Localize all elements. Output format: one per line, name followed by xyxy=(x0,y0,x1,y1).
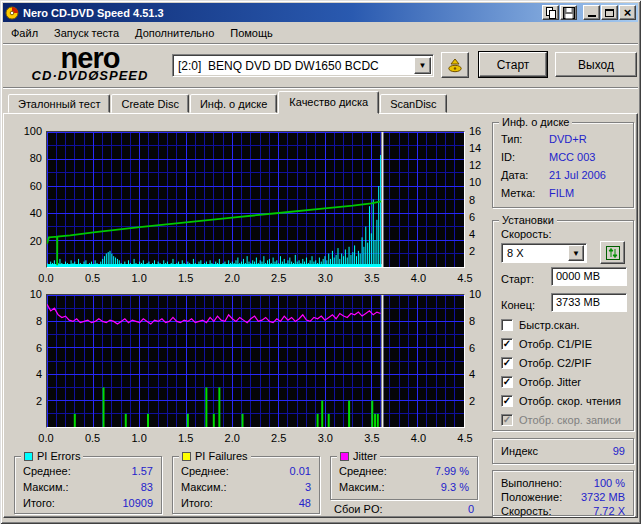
scan-start-input[interactable]: 0000 MB xyxy=(551,267,627,286)
exit-button[interactable]: Выход xyxy=(555,52,637,77)
pi-failures-stats-box: PI FailuresСреднее:0.01Максим.:3Итого:48 xyxy=(172,456,320,514)
speed-select-dropdown-button[interactable]: ▼ xyxy=(568,245,584,261)
checkbox-box[interactable]: ✓ xyxy=(501,357,513,369)
menu-item-1[interactable]: Запуск теста xyxy=(46,25,127,41)
checkbox-label: Быстр.скан. xyxy=(519,319,580,331)
checkbox-0[interactable]: Быстр.скан. xyxy=(501,318,629,332)
checkbox-label: Отобр. скор. записи xyxy=(519,414,621,426)
y-axis-tick-label: 10 xyxy=(469,176,491,188)
nero-logo: nero CD·DVDØSPEED xyxy=(10,47,170,82)
settings-box: Установки Скорость: 8 X ▼ Старт: 0000 MB… xyxy=(492,220,634,431)
disc-info-row-value: 21 Jul 2006 xyxy=(549,169,606,181)
disc-info-row-label: Тип: xyxy=(501,133,522,145)
x-axis-tick-label: 3.0 xyxy=(310,272,340,284)
checkbox-3[interactable]: ✓Отобр. Jitter xyxy=(501,375,629,389)
maximize-button[interactable] xyxy=(601,5,618,20)
titlebar[interactable]: Nero CD-DVD Speed 4.51.3 × xyxy=(3,3,638,22)
legend-color-swatch xyxy=(182,452,191,461)
menu-item-0[interactable]: Файл xyxy=(3,25,46,41)
checkbox-box[interactable]: ✓ xyxy=(501,338,513,350)
y-axis-tick-label: 6 xyxy=(2,342,42,354)
window-title: Nero CD-DVD Speed 4.51.3 xyxy=(23,7,541,19)
checkbox-2[interactable]: ✓Отобр. C2/PIF xyxy=(501,356,629,370)
y-axis-tick-label: 2 xyxy=(469,245,491,257)
disc-info-box: Инф. о диске Тип:DVD+RID:MCC 003Дата:21 … xyxy=(492,122,634,208)
legend-color-swatch xyxy=(24,452,33,461)
tab-1[interactable]: Create Disc xyxy=(111,94,188,113)
scan-end-input[interactable]: 3733 MB xyxy=(551,293,627,312)
stats-legend: PI Failures xyxy=(179,450,251,462)
x-axis-tick-label: 2.5 xyxy=(264,432,294,444)
y-axis-tick-label: 80 xyxy=(2,152,42,164)
start-button[interactable]: Старт xyxy=(479,52,547,77)
checkbox-5: ✓Отобр. скор. записи xyxy=(501,413,629,427)
progress-row-label: Скорость: xyxy=(501,505,552,517)
stats-legend: PI Errors xyxy=(21,450,83,462)
settings-title: Установки xyxy=(499,214,557,226)
nero-logo-word: nero xyxy=(10,47,170,69)
checkbox-box[interactable]: ✓ xyxy=(501,376,513,388)
speed-select-value: 8 X xyxy=(502,247,568,259)
progress-row-value: 3732 MB xyxy=(581,491,625,503)
index-label: Индекс xyxy=(501,445,538,457)
stats-row-value: 83 xyxy=(141,481,153,493)
pi-errors-stats-box: PI ErrorsСреднее:1.57Максим.:83Итого:109… xyxy=(14,456,162,514)
menu-item-2[interactable]: Дополнительно xyxy=(127,25,222,41)
stats-row-label: Итого: xyxy=(181,497,213,509)
speed-select[interactable]: 8 X ▼ xyxy=(501,243,587,263)
drive-select-value: [2:0] BENQ DVD DD DW1650 BCDC xyxy=(173,59,414,73)
stats-row-value: 3 xyxy=(305,481,311,493)
checkbox-label: Отобр. C1/PIE xyxy=(519,338,592,350)
refresh-icon xyxy=(606,246,620,260)
y-axis-tick-label: 8 xyxy=(469,315,491,327)
y-axis-tick-label: 2 xyxy=(469,395,491,407)
x-axis-tick-label: 3.0 xyxy=(310,432,340,444)
checkbox-1[interactable]: ✓Отобр. C1/PIE xyxy=(501,337,629,351)
disc-info-row-value: FILM xyxy=(549,187,574,199)
jitter-stats-box: JitterСреднее:7.99 %Максим.:9.3 % xyxy=(330,456,478,500)
eject-disc-button[interactable] xyxy=(441,52,469,78)
tab-bar: Эталонный тестCreate DiscИнф. о дискеКач… xyxy=(8,91,448,113)
checkbox-4[interactable]: ✓Отобр. скор. чтения xyxy=(501,394,629,408)
disc-glyph: Ø xyxy=(88,68,99,83)
separator xyxy=(3,87,638,89)
stats-row-value: 10909 xyxy=(122,497,153,509)
chevron-down-icon: ▼ xyxy=(572,249,580,258)
menu-bar: ФайлЗапуск тестаДополнительноПомощь xyxy=(3,23,638,43)
disc-info-row-label: Дата: xyxy=(501,169,528,181)
disc-info-row-value: DVD+R xyxy=(549,133,587,145)
stats-legend-label: Jitter xyxy=(353,450,377,462)
chevron-down-icon: ▼ xyxy=(419,61,427,70)
tab-2[interactable]: Инф. о диске xyxy=(190,94,277,113)
checkbox-box[interactable] xyxy=(501,319,513,331)
stats-row-label: Итого: xyxy=(23,497,55,509)
stats-row-label: Максим.: xyxy=(339,481,385,493)
menu-item-3[interactable]: Помощь xyxy=(222,25,281,41)
minimize-button[interactable] xyxy=(583,5,600,20)
stats-row-label: Максим.: xyxy=(23,481,69,493)
tab-3[interactable]: Качество диска xyxy=(278,91,379,114)
drive-select-dropdown-button[interactable]: ▼ xyxy=(414,57,431,74)
x-axis-tick-label: 2.0 xyxy=(217,272,247,284)
tab-0[interactable]: Эталонный тест xyxy=(8,94,110,113)
x-axis-tick-label: 0.5 xyxy=(78,432,108,444)
x-axis-tick-label: 4.0 xyxy=(403,272,433,284)
tab-4[interactable]: ScanDisc xyxy=(380,94,446,113)
app-icon xyxy=(5,6,19,20)
drive-select[interactable]: [2:0] BENQ DVD DD DW1650 BCDC ▼ xyxy=(172,54,434,77)
progress-row-value: 7.72 X xyxy=(593,505,625,517)
index-value: 99 xyxy=(613,445,625,457)
refresh-speed-button[interactable] xyxy=(600,241,625,264)
speed-label: Скорость: xyxy=(501,228,625,240)
y-axis-tick-label: 20 xyxy=(2,235,42,247)
progress-box: Выполнено:100 %Положение:3732 MBСкорость… xyxy=(492,470,634,516)
copy-button[interactable] xyxy=(542,5,559,20)
checkbox-label: Отобр. Jitter xyxy=(519,376,581,388)
save-button[interactable] xyxy=(560,5,577,20)
close-button[interactable]: × xyxy=(619,5,636,20)
po-failures-value: 0 xyxy=(468,503,474,515)
y-axis-tick-label: 16 xyxy=(469,125,491,137)
x-axis-tick-label: 4.5 xyxy=(450,272,480,284)
checkbox-box[interactable]: ✓ xyxy=(501,395,513,407)
stats-row-value: 0.01 xyxy=(290,465,311,477)
